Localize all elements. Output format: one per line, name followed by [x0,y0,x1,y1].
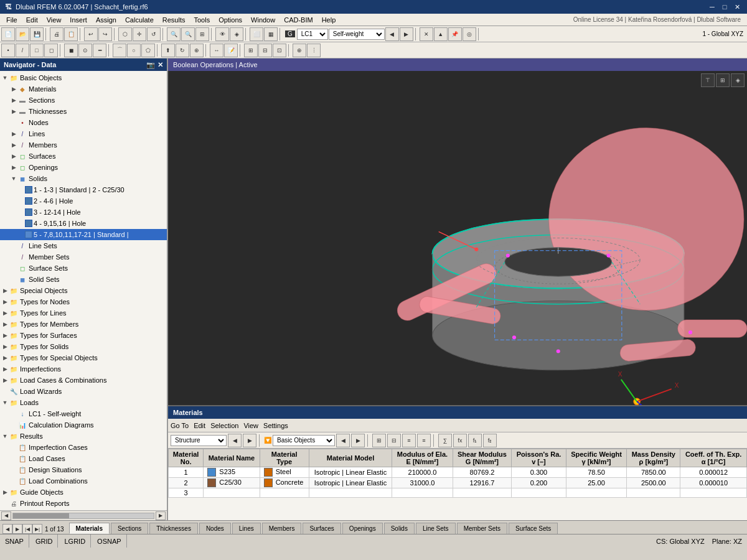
expand-icon[interactable]: ▶ [1,287,9,294]
expand-icon[interactable]: ▶ [1,309,9,317]
tab-thicknesses[interactable]: Thicknesses [149,523,198,534]
status-grid[interactable]: GRID [31,534,59,548]
tree-item-imperfection-cases[interactable]: ▶ 📋 Imperfection Cases [0,442,167,453]
tree-item-results[interactable]: ▼ 📁 Results [0,431,167,442]
member-tool[interactable]: ━ [93,44,106,57]
tree-item-solid-5[interactable]: ▶ 5 - 7,8,10,11,17-21 | Standard | [0,229,167,240]
cell-gamma[interactable]: 78.50 [566,467,627,478]
maximize-button[interactable]: □ [720,3,730,11]
tree-item-load-cases-comb[interactable]: ▶ 📁 Load Cases & Combinations [0,375,167,386]
tab-members[interactable]: Members [262,523,302,534]
expand-icon[interactable]: ▶ [10,164,17,171]
viewport-3d[interactable]: Y X Z X [168,71,747,405]
expand-icon[interactable]: ▶ [10,96,17,104]
table-btn-4[interactable]: ≡ [417,434,431,447]
tree-item-design-situations[interactable]: ▶ 📋 Design Situations [0,464,167,475]
boolean-tool[interactable]: ⊕ [190,44,204,57]
table-btn-2[interactable]: ⊟ [387,434,401,447]
menu-edit[interactable]: Edit [22,14,42,26]
annotation-tool[interactable]: 📝 [224,44,238,57]
coord-button[interactable]: ◎ [463,27,476,41]
tab-prev[interactable]: ◀ [2,524,12,534]
table-btn-3[interactable]: ≡ [402,434,416,447]
tree-item-lines[interactable]: ▶ / Lines [0,128,167,139]
lc-select[interactable]: LC1 [297,29,328,40]
view-perspective-button[interactable]: ◈ [731,73,745,87]
expand-icon[interactable]: ▶ [10,85,17,93]
filter-arrow-right[interactable]: ▶ [351,434,365,447]
tree-item-load-combinations[interactable]: ▶ 📋 Load Combinations [0,475,167,487]
circle-tool[interactable]: ○ [127,44,141,57]
edit-button[interactable]: Edit [194,422,205,429]
table-func-3[interactable]: f₁ [468,434,482,447]
tab-first[interactable]: |◀ [22,524,32,534]
tree-item-line-sets[interactable]: ▶ / Line Sets [0,240,167,251]
minimize-button[interactable]: ─ [707,3,717,11]
model-button[interactable]: ⬜ [250,27,263,41]
copy-tool[interactable]: ⊞ [244,44,258,57]
tree-item-solid-1[interactable]: ▶ 1 - 1-3 | Standard | 2 - C25/30 [0,184,167,195]
settings-button[interactable]: Settings [263,422,288,429]
cell-v[interactable]: 0.300 [512,467,566,478]
tab-sections[interactable]: Sections [111,523,148,534]
tab-surface-sets[interactable]: Surface Sets [509,523,558,534]
tree-item-lc1[interactable]: ▶ ↓ LC1 - Self-weight [0,408,167,419]
next-record[interactable]: ▶ [243,434,256,447]
expand-icon[interactable]: ▼ [10,175,17,182]
close-button[interactable]: ✕ [732,3,742,11]
menu-insert[interactable]: Insert [66,14,91,26]
new-button[interactable]: 📄 [1,27,15,41]
open-button[interactable]: 📂 [16,27,29,41]
tree-item-nodes[interactable]: ▶ • Nodes [0,117,167,128]
tree-item-types-surfaces[interactable]: ▶ 📁 Types for Surfaces [0,330,167,341]
tree-item-member-sets[interactable]: ▶ / Member Sets [0,251,167,263]
pdf-button[interactable]: 📋 [64,27,78,41]
revolve-tool[interactable]: ↻ [176,44,189,57]
status-osnap[interactable]: OSNAP [92,534,127,548]
cross-button[interactable]: ✕ [420,27,433,41]
cell-G[interactable] [453,488,512,498]
tree-item-surfaces[interactable]: ▶ ◻ Surfaces [0,151,167,162]
zoom-in-button[interactable]: 🔍 [167,27,181,41]
print-button[interactable]: 🖨 [50,27,63,41]
table-btn-1[interactable]: ⊞ [372,434,386,447]
tree-item-types-members[interactable]: ▶ 📁 Types for Members [0,319,167,330]
expand-icon[interactable]: ▼ [1,399,9,406]
table-func-4[interactable]: f₂ [483,434,497,447]
view-button[interactable]: 👁 [215,27,229,41]
expand-icon[interactable]: ▶ [1,298,9,306]
tree-item-types-special[interactable]: ▶ 📁 Types for Special Objects [0,352,167,363]
grid-tool[interactable]: ⋮ [307,44,321,57]
tree-item-solid-sets[interactable]: ▶ ◼ Solid Sets [0,274,167,285]
prev-lc-button[interactable]: ◀ [385,27,399,41]
nav-close-icon[interactable]: ✕ [157,61,163,69]
surface-tool[interactable]: ◻ [44,44,58,57]
menu-calculate[interactable]: Calculate [121,14,157,26]
table-row[interactable]: 1 S235 Steel Isotropic | Linear Elastic … [169,467,747,478]
render-button[interactable]: ◈ [230,27,243,41]
expand-icon[interactable]: ▶ [10,130,17,138]
line-tool[interactable]: / [16,44,29,57]
tree-item-types-lines[interactable]: ▶ 📁 Types for Lines [0,307,167,319]
rect-tool[interactable]: □ [30,44,44,57]
view-toolbar-button[interactable]: View [243,422,258,429]
cell-name[interactable]: S235 [204,467,260,478]
menu-results[interactable]: Results [159,14,189,26]
cell-G[interactable]: 80769.2 [453,467,512,478]
expand-icon[interactable]: ▶ [10,141,17,149]
menu-help[interactable]: Help [318,14,340,26]
tree-item-basic-objects[interactable]: ▼ 📁 Basic Objects [0,72,167,83]
tree-item-members[interactable]: ▶ / Members [0,139,167,151]
selection-button[interactable]: Selection [210,422,238,429]
expand-icon[interactable]: ▶ [1,354,9,362]
nav-scroll-left[interactable]: ◀ [1,511,11,520]
structure-select[interactable]: Structure [171,435,227,446]
tree-item-printout[interactable]: ▶ 🖨 Printout Reports [0,498,167,509]
solid-tool[interactable]: ◼ [64,44,78,57]
menu-assign[interactable]: Assign [92,14,120,26]
tab-openings[interactable]: Openings [342,523,383,534]
menu-options[interactable]: Options [215,14,246,26]
filter-button[interactable]: ▲ [434,27,448,41]
nav-scroll-right[interactable]: ▶ [156,511,166,520]
tab-materials[interactable]: Materials [69,523,110,534]
